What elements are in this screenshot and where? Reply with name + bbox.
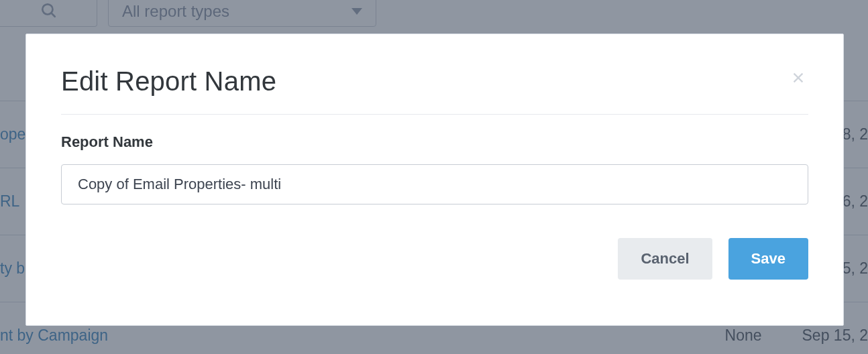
- modal-title: Edit Report Name: [61, 66, 276, 97]
- report-name-label: Report Name: [61, 133, 808, 151]
- modal-footer: Cancel Save: [61, 238, 808, 280]
- report-name-input[interactable]: [61, 164, 808, 204]
- modal-header: Edit Report Name: [61, 66, 808, 97]
- save-button[interactable]: Save: [728, 238, 808, 280]
- close-icon: [791, 70, 806, 85]
- cancel-button[interactable]: Cancel: [618, 238, 712, 280]
- divider: [61, 114, 808, 115]
- close-button[interactable]: [788, 68, 808, 91]
- edit-report-name-modal: Edit Report Name Report Name Cancel Save: [25, 34, 844, 326]
